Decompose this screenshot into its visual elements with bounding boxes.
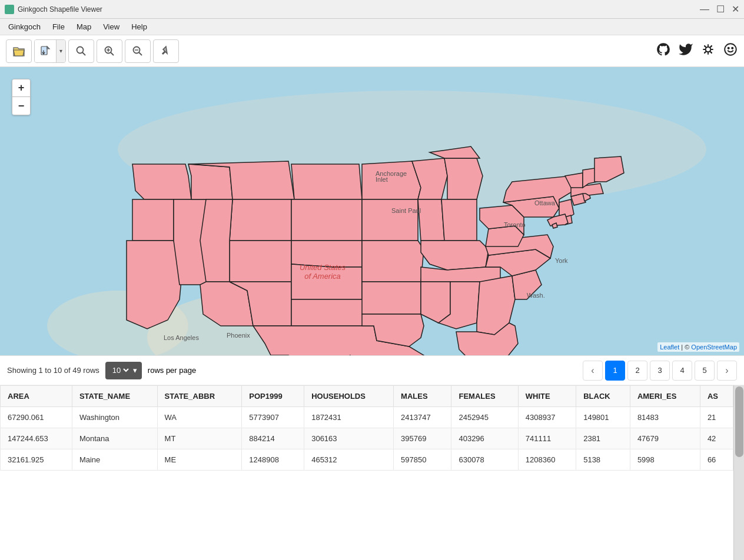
page-2-button[interactable]: 2: [627, 361, 647, 381]
close-button[interactable]: ✕: [732, 5, 739, 14]
menu-help[interactable]: Help: [125, 20, 153, 34]
menu-map[interactable]: Map: [71, 20, 97, 34]
twitter-icon[interactable]: [678, 42, 693, 61]
table-cell: 4308937: [518, 407, 576, 428]
leaflet-link[interactable]: Leaflet: [660, 344, 679, 351]
export-arrow[interactable]: ▾: [56, 40, 65, 62]
label-usa-2: of America: [304, 272, 341, 281]
menu-ginkgoch[interactable]: Ginkgoch: [2, 20, 46, 34]
state-ok[interactable]: [291, 299, 374, 326]
table-cell: WA: [157, 407, 242, 428]
state-wy[interactable]: [230, 199, 291, 241]
per-page-dropdown[interactable]: 10 25 50 ▾: [105, 362, 142, 379]
col-white: WHITE: [518, 386, 576, 407]
state-tn[interactable]: [421, 267, 500, 282]
smile-icon[interactable]: [723, 42, 738, 61]
bottom-panel: Showing 1 to 10 of 49 rows 10 25 50 ▾ ro…: [0, 355, 744, 560]
table-scroll-container: AREA STATE_NAME STATE_ABBR POP1999 HOUSE…: [0, 385, 744, 560]
table-cell: 306163: [304, 428, 394, 449]
per-page-arrow: ▾: [133, 366, 137, 375]
map-svg[interactable]: Anchorage Inlet Saint Paul Ottawa Toront…: [0, 67, 744, 355]
osm-link[interactable]: OpenStreetMap: [691, 344, 737, 351]
state-ar[interactable]: [362, 282, 421, 314]
col-state-name: STATE_NAME: [72, 386, 157, 407]
table-wrapper: AREA STATE_NAME STATE_ABBR POP1999 HOUSE…: [0, 385, 733, 560]
state-nd[interactable]: [291, 164, 362, 199]
per-page-select-input[interactable]: 10 25 50: [110, 365, 131, 375]
zoom-in-button[interactable]: [97, 39, 122, 63]
zoom-out-map-button[interactable]: −: [12, 97, 30, 115]
data-table: AREA STATE_NAME STATE_ABBR POP1999 HOUSE…: [0, 385, 733, 471]
col-area: AREA: [1, 386, 72, 407]
state-or[interactable]: [132, 199, 174, 241]
state-ut[interactable]: [200, 199, 232, 282]
table-cell: MT: [157, 428, 242, 449]
table-row: 147244.653MontanaMT884214306163395769403…: [1, 428, 733, 449]
rows-info: Showing 1 to 10 of 49 rows: [7, 366, 99, 375]
github-icon[interactable]: [656, 42, 671, 61]
zoom-in-map-button[interactable]: +: [12, 79, 30, 97]
export-main[interactable]: [35, 40, 56, 62]
table-cell: 1872431: [304, 407, 394, 428]
state-il[interactable]: [418, 199, 444, 241]
pagination-nav: ‹ 1 2 3 4 5 ›: [583, 361, 737, 381]
svg-point-1: [77, 46, 84, 53]
state-ia[interactable]: [362, 199, 418, 241]
table-cell: 5138: [576, 449, 630, 471]
state-co[interactable]: [230, 241, 291, 282]
map-container[interactable]: Anchorage Inlet Saint Paul Ottawa Toront…: [0, 67, 744, 355]
bug-icon[interactable]: [700, 42, 716, 61]
col-males: MALES: [394, 386, 451, 407]
open-folder-button[interactable]: [6, 39, 32, 63]
page-4-button[interactable]: 4: [672, 361, 692, 381]
window-title: Ginkgoch Shapefile Viewer: [18, 5, 700, 14]
col-ameri-es: AMERI_ES: [630, 386, 700, 407]
page-next-button[interactable]: ›: [717, 361, 737, 381]
scrollbar-thumb[interactable]: [735, 386, 743, 457]
scrollbar-track[interactable]: [733, 385, 744, 560]
title-bar: Ginkgoch Shapefile Viewer — ☐ ✕: [0, 0, 744, 19]
page-prev-button[interactable]: ‹: [583, 361, 603, 381]
maximize-button[interactable]: ☐: [716, 5, 725, 14]
table-cell: Montana: [72, 428, 157, 449]
state-wa[interactable]: [132, 164, 191, 199]
state-sd[interactable]: [291, 199, 362, 241]
table-cell: 32161.925: [1, 449, 72, 471]
page-5-button[interactable]: 5: [695, 361, 715, 381]
state-id[interactable]: [188, 164, 232, 199]
state-mn[interactable]: [362, 161, 421, 199]
table-cell: 147244.653: [1, 428, 72, 449]
toolbar-right: [656, 42, 738, 61]
page-1-button[interactable]: 1: [605, 361, 625, 381]
table-cell: 2452945: [451, 407, 518, 428]
table-cell: 741111: [518, 428, 576, 449]
svg-point-5: [725, 44, 736, 55]
zoom-out-button[interactable]: [125, 39, 151, 63]
menu-view[interactable]: View: [97, 20, 125, 34]
state-mi[interactable]: [444, 158, 483, 199]
col-as: AS: [700, 386, 733, 407]
pagination-bar: Showing 1 to 10 of 49 rows 10 25 50 ▾ ro…: [0, 356, 744, 385]
state-ms[interactable]: [421, 282, 450, 323]
map-attribution: Leaflet | © OpenStreetMap: [657, 342, 739, 352]
table-cell: ME: [157, 449, 242, 471]
table-cell: 395769: [394, 428, 451, 449]
menu-file[interactable]: File: [46, 20, 71, 34]
page-3-button[interactable]: 3: [650, 361, 670, 381]
state-in[interactable]: [441, 199, 477, 241]
col-pop1999: POP1999: [242, 386, 304, 407]
table-cell: 403296: [451, 428, 518, 449]
state-mo[interactable]: [362, 241, 424, 282]
navigate-button[interactable]: [153, 39, 179, 63]
minimize-button[interactable]: —: [700, 5, 709, 14]
table-cell: 2413747: [394, 407, 451, 428]
search-button[interactable]: [68, 39, 94, 63]
table-row: 67290.061WashingtonWA5773907187243124137…: [1, 407, 733, 428]
main-content: Anchorage Inlet Saint Paul Ottawa Toront…: [0, 67, 744, 560]
table-cell: 149801: [576, 407, 630, 428]
table-cell: 1208360: [518, 449, 576, 471]
table-cell: 81483: [630, 407, 700, 428]
export-button[interactable]: ▾: [34, 39, 66, 63]
table-cell: 465312: [304, 449, 394, 471]
table-cell: 1248908: [242, 449, 304, 471]
